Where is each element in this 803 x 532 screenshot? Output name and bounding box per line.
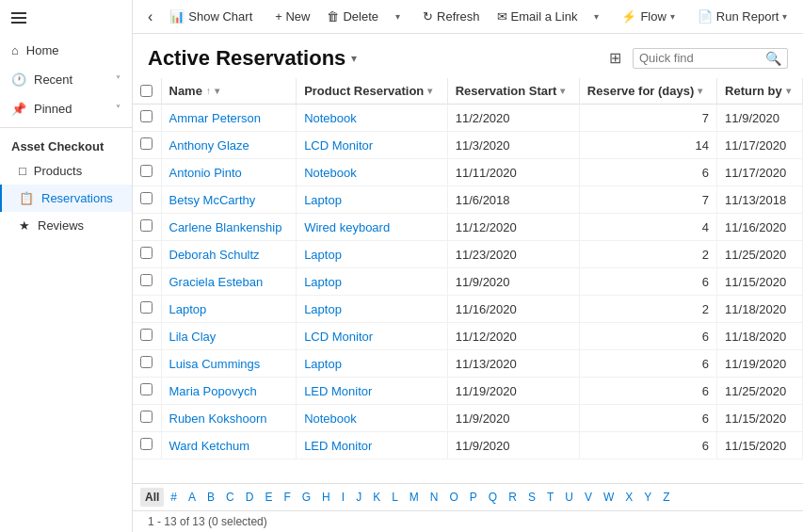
page-header: Active Reservations ▾ ⊞ 🔍 <box>133 34 803 78</box>
row-product[interactable]: Laptop <box>297 350 448 378</box>
flow-button[interactable]: ⚡ Flow ▾ <box>614 6 682 27</box>
row-name[interactable]: Antonio Pinto <box>161 159 297 186</box>
run-report-button[interactable]: 📄 Run Report ▾ <box>690 6 795 27</box>
delete-chevron-button[interactable]: ▾ <box>388 8 408 25</box>
checkbox-column-header <box>133 78 161 105</box>
alpha-item-G[interactable]: G <box>297 488 315 507</box>
alpha-item-All[interactable]: All <box>140 488 164 507</box>
row-name[interactable]: Luisa Cummings <box>161 350 297 378</box>
alpha-item-M[interactable]: M <box>405 488 424 507</box>
back-button[interactable]: ‹ <box>140 5 160 29</box>
alpha-item-V[interactable]: V <box>580 488 597 507</box>
sidebar-item-pinned[interactable]: 📌 Pinned ˅ <box>0 94 132 123</box>
hamburger-button[interactable] <box>0 0 132 36</box>
row-name[interactable]: Graciela Esteban <box>161 268 297 296</box>
sidebar-item-reviews[interactable]: ★ Reviews <box>0 212 132 239</box>
row-name[interactable]: Maria Popovych <box>161 378 297 405</box>
return-column-header[interactable]: Return by ▾ <box>717 78 803 105</box>
row-name[interactable]: Betsy McCarthy <box>161 186 297 214</box>
row-product[interactable]: Notebook <box>297 105 448 132</box>
row-name[interactable]: Deborah Schultz <box>161 241 297 268</box>
select-all-checkbox[interactable] <box>140 85 153 97</box>
alpha-item-O[interactable]: O <box>445 488 463 507</box>
row-name[interactable]: Carlene Blankenship <box>161 214 297 241</box>
sidebar-item-home[interactable]: ⌂ Home <box>0 36 132 65</box>
alpha-item-T[interactable]: T <box>542 488 558 507</box>
pinned-icon: 📌 <box>11 102 26 116</box>
row-checkbox[interactable] <box>140 247 153 259</box>
alpha-item-C[interactable]: C <box>221 488 239 507</box>
alpha-item-A[interactable]: A <box>184 488 201 507</box>
row-checkbox[interactable] <box>140 192 153 204</box>
alpha-item-S[interactable]: S <box>523 488 540 507</box>
row-checkbox[interactable] <box>140 301 153 314</box>
row-name[interactable]: Laptop <box>161 296 297 323</box>
email-chevron-button[interactable]: ▾ <box>586 8 606 25</box>
filter-icon[interactable]: ⊞ <box>605 45 625 71</box>
alpha-item-D[interactable]: D <box>241 488 259 507</box>
alpha-item-X[interactable]: X <box>620 488 637 507</box>
alpha-item-Z[interactable]: Z <box>658 488 674 507</box>
row-product[interactable]: LCD Monitor <box>297 132 448 159</box>
refresh-button[interactable]: ↻ Refresh <box>415 6 488 27</box>
start-column-header[interactable]: Reservation Start ▾ <box>447 78 579 105</box>
row-checkbox[interactable] <box>140 329 153 341</box>
row-product[interactable]: Laptop <box>297 241 448 268</box>
more-button[interactable]: ⋯ <box>796 6 803 27</box>
alpha-item-K[interactable]: K <box>368 488 385 507</box>
page-title-chevron-icon[interactable]: ▾ <box>351 52 357 65</box>
new-button[interactable]: + New <box>267 6 317 27</box>
row-product[interactable]: Laptop <box>297 296 448 323</box>
search-input[interactable] <box>639 51 762 65</box>
days-column-header[interactable]: Reserve for (days) ▾ <box>579 78 716 105</box>
email-link-button[interactable]: ✉ Email a Link <box>490 6 586 27</box>
row-product[interactable]: Wired keyboard <box>297 214 448 241</box>
row-name[interactable]: Ruben Kokshoorn <box>161 405 297 432</box>
row-checkbox[interactable] <box>140 274 153 286</box>
alpha-item-Q[interactable]: Q <box>484 488 502 507</box>
row-checkbox[interactable] <box>140 165 153 177</box>
product-column-header[interactable]: Product Reservation ▾ <box>297 78 448 105</box>
row-name[interactable]: Anthony Glaze <box>161 132 297 159</box>
alpha-item-H[interactable]: H <box>317 488 335 507</box>
delete-button[interactable]: 🗑 Delete <box>319 6 386 27</box>
row-checkbox[interactable] <box>140 110 153 122</box>
row-name[interactable]: Ward Ketchum <box>161 432 297 459</box>
row-checkbox[interactable] <box>140 219 153 232</box>
alpha-item-#[interactable]: # <box>166 488 182 507</box>
sidebar-item-recent[interactable]: 🕐 Recent ˅ <box>0 65 132 94</box>
sidebar-item-reservations[interactable]: 📋 Reservations <box>0 185 132 212</box>
alpha-item-P[interactable]: P <box>465 488 482 507</box>
alpha-item-W[interactable]: W <box>599 488 618 507</box>
alpha-item-E[interactable]: E <box>260 488 277 507</box>
row-checkbox[interactable] <box>140 411 153 423</box>
row-product[interactable]: Laptop <box>297 186 448 214</box>
alpha-item-Y[interactable]: Y <box>639 488 656 507</box>
show-chart-button[interactable]: 📊 Show Chart <box>162 6 260 27</box>
alpha-item-B[interactable]: B <box>202 488 219 507</box>
row-product[interactable]: LED Monitor <box>297 432 448 459</box>
row-checkbox[interactable] <box>140 137 153 150</box>
alpha-item-I[interactable]: I <box>337 488 349 507</box>
alpha-item-N[interactable]: N <box>426 488 443 507</box>
row-checkbox[interactable] <box>140 383 153 395</box>
row-product[interactable]: Notebook <box>297 159 448 186</box>
alpha-item-F[interactable]: F <box>279 488 295 507</box>
row-checkbox[interactable] <box>140 356 153 368</box>
alpha-item-R[interactable]: R <box>504 488 522 507</box>
row-name[interactable]: Lila Clay <box>161 323 297 350</box>
row-product[interactable]: LED Monitor <box>297 378 448 405</box>
alpha-item-U[interactable]: U <box>560 488 578 507</box>
status-bar: 1 - 13 of 13 (0 selected) <box>133 510 803 532</box>
alpha-item-J[interactable]: J <box>351 488 366 507</box>
row-product[interactable]: Notebook <box>297 405 448 432</box>
name-column-header[interactable]: Name ↑ ▾ <box>161 78 297 105</box>
email-link-label: Email a Link <box>511 9 578 24</box>
alpha-item-L[interactable]: L <box>387 488 403 507</box>
row-name[interactable]: Ammar Peterson <box>161 105 297 132</box>
delete-label: Delete <box>343 9 378 24</box>
row-product[interactable]: Laptop <box>297 268 448 296</box>
row-checkbox[interactable] <box>140 438 153 450</box>
sidebar-item-products[interactable]: □ Products <box>0 157 132 185</box>
row-product[interactable]: LCD Monitor <box>297 323 448 350</box>
